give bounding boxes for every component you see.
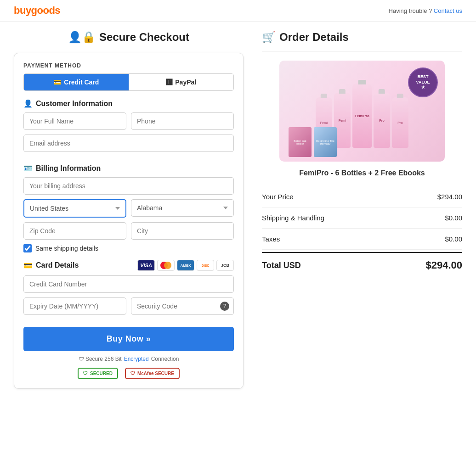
order-rows: Your Price $294.00 Shipping & Handling $… (262, 186, 462, 278)
taxes-row: Taxes $0.00 (262, 229, 462, 250)
same-shipping-checkbox[interactable] (23, 244, 32, 252)
trouble-text: Having trouble ? (389, 7, 432, 14)
right-panel: 🛒 Order Details Femi Femi FemiPro Pro Pr… (262, 31, 462, 389)
svg-point-1 (164, 262, 171, 269)
logo-text: buygoods (14, 5, 60, 16)
country-select[interactable]: United States Canada United Kingdom Aust… (23, 199, 126, 218)
cart-icon: 🛒 (262, 31, 276, 44)
best-value-line1: BEST (417, 74, 428, 80)
price-label: Your Price (262, 193, 294, 201)
phone-input[interactable] (131, 112, 234, 130)
phone-field (131, 112, 234, 130)
product-image-area: Femi Femi FemiPro Pro Pro Better Gut Hea… (262, 61, 462, 162)
same-shipping-row: Same shipping details (23, 244, 234, 252)
order-details-title-text: Order Details (279, 31, 349, 44)
expiry-field (23, 297, 126, 315)
taxes-label: Taxes (262, 235, 280, 243)
customer-heading-text: Customer Information (36, 100, 113, 108)
checkout-title: 👤🔒 Secure Checkout (14, 31, 244, 44)
divider (262, 51, 462, 51)
secure-prefix: 🛡 Secure 256 Bit (79, 356, 122, 362)
total-row: Total USD $294.00 (262, 252, 462, 278)
header-right: Having trouble ? Contact us (389, 7, 462, 14)
country-state-row: United States Canada United Kingdom Aust… (23, 199, 234, 218)
bottle-4: Pro (374, 93, 390, 148)
left-panel: 👤🔒 Secure Checkout PAYMENT METHOD 💳 Cred… (14, 31, 244, 389)
main-layout: 👤🔒 Secure Checkout PAYMENT METHOD 💳 Cred… (0, 22, 476, 398)
shipping-row: Shipping & Handling $0.00 (262, 207, 462, 229)
bottle-5: Pro (392, 97, 408, 148)
card-details-heading: 💳 Card Details (23, 261, 79, 270)
credit-card-icon: 💳 (53, 78, 61, 86)
mastercard-icon (157, 260, 175, 271)
amex-icon: AMEX (177, 260, 194, 271)
header: buygoods Having trouble ? Contact us (0, 0, 476, 22)
zip-input[interactable] (23, 222, 126, 240)
security-code-input[interactable] (131, 297, 234, 315)
ebook-2: Rekindling The Intimacy (314, 127, 337, 157)
card-number-input[interactable] (23, 275, 234, 293)
billing-heading-text: Billing Information (36, 164, 101, 173)
ebooks-area: Better Gut Health Rekindling The Intimac… (289, 127, 337, 157)
shipping-label: Shipping & Handling (262, 214, 324, 222)
bottle-3: FemiPro (352, 84, 372, 148)
shield-icon: 🛡 (83, 371, 88, 376)
product-image: Femi Femi FemiPro Pro Pro Better Gut Hea… (279, 61, 445, 162)
best-value-line2: VALUE (416, 80, 430, 85)
best-value-badge: BEST VALUE ★ (408, 67, 438, 97)
city-field (131, 222, 234, 240)
payment-tabs: 💳 Credit Card 🅿 PayPal (23, 73, 234, 91)
credit-card-tab[interactable]: 💳 Credit Card (24, 74, 129, 90)
shipping-amount: $0.00 (445, 214, 462, 222)
billing-address-input[interactable] (23, 177, 234, 195)
buy-now-label: Buy Now » (107, 334, 151, 343)
expiry-security-row: ? (23, 297, 234, 315)
discover-icon: DISC (197, 260, 214, 271)
credit-card-tab-label: Credit Card (64, 78, 99, 86)
zip-city-row (23, 222, 234, 240)
logo: buygoods (14, 5, 60, 17)
paypal-icon: 🅿 (166, 78, 172, 86)
state-select[interactable]: Alabama Alaska Arizona California Florid… (131, 199, 234, 217)
lock-icon: 👤🔒 (68, 31, 96, 44)
city-input[interactable] (131, 222, 234, 240)
email-input[interactable] (23, 135, 234, 152)
secure-highlight: Encrypted (124, 356, 149, 362)
state-field: Alabama Alaska Arizona California Florid… (131, 199, 234, 218)
secure-suffix: Connection (151, 356, 179, 362)
price-row: Your Price $294.00 (262, 186, 462, 207)
checkout-title-text: Secure Checkout (99, 31, 189, 44)
mcafee-icon: 🛡 (130, 371, 135, 376)
full-name-input[interactable] (23, 112, 126, 130)
name-phone-row (23, 112, 234, 130)
checkout-card: PAYMENT METHOD 💳 Credit Card 🅿 PayPal 👤 … (14, 53, 244, 389)
country-field: United States Canada United Kingdom Aust… (23, 199, 126, 218)
full-name-field (23, 112, 126, 130)
paypal-tab[interactable]: 🅿 PayPal (129, 74, 234, 90)
paypal-tab-label: PayPal (175, 78, 196, 86)
card-details-heading-text: Card Details (36, 261, 79, 269)
card-details-header: 💳 Card Details VISA AMEX DISC JCB (23, 260, 234, 271)
visa-icon: VISA (137, 260, 155, 271)
zip-field (23, 222, 126, 240)
buy-now-button[interactable]: Buy Now » (23, 327, 234, 351)
secured-badge: 🛡 SECURED (78, 368, 118, 379)
card-icon: 💳 (23, 261, 33, 270)
expiry-input[interactable] (23, 297, 126, 315)
mcafee-badge: 🛡 McAfee SECURE (125, 368, 180, 379)
card-icons-row: VISA AMEX DISC JCB (137, 260, 234, 271)
taxes-amount: $0.00 (445, 235, 462, 243)
ebook-1: Better Gut Health (289, 127, 312, 157)
product-title: FemiPro - 6 Bottles + 2 Free Ebooks (262, 169, 462, 177)
order-details-title: 🛒 Order Details (262, 31, 462, 44)
total-amount: $294.00 (425, 259, 462, 271)
billing-info-heading: 🪪 Billing Information (23, 164, 234, 173)
payment-method-label: PAYMENT METHOD (23, 62, 234, 69)
price-amount: $294.00 (437, 193, 462, 201)
best-value-star: ★ (421, 85, 425, 90)
customer-info-heading: 👤 Customer Information (23, 99, 234, 108)
security-help-icon[interactable]: ? (220, 302, 229, 311)
jcb-icon: JCB (216, 260, 234, 271)
contact-us-link[interactable]: Contact us (434, 7, 462, 14)
trust-badges: 🛡 SECURED 🛡 McAfee SECURE (23, 368, 234, 379)
